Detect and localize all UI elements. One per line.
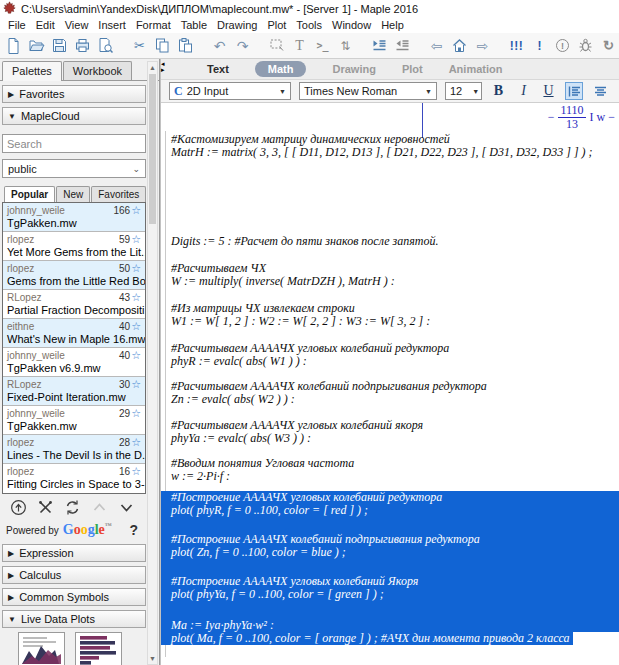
scrollbar-thumb[interactable] [149,74,156,224]
print-icon[interactable] [72,35,93,56]
indent-icon[interactable] [369,35,390,56]
undo-icon[interactable]: ↶ [209,35,230,56]
maple-input-line[interactable]: plot( phyYa, f = 0 ..100, color = [ gree… [161,588,619,601]
redo-icon[interactable]: ↷ [232,35,253,56]
palette-section-favorites[interactable]: ▶ Favorites [2,85,146,103]
star-icon[interactable]: ☆ [131,407,141,420]
area-chart-thumbnail[interactable] [18,632,65,665]
help-button[interactable]: ? [129,522,138,538]
visibility-dropdown[interactable]: public ⌄ [2,159,146,178]
star-icon[interactable]: ☆ [131,204,141,217]
cloud-list-item[interactable]: eithne40☆What's New in Maple 16.mw [3,319,145,348]
maple-input-line[interactable]: phyR := evalc( abs( W1 ) ) : [161,355,619,368]
palette-section-calculus[interactable]: ▶Calculus [2,566,146,584]
paste-icon[interactable] [175,35,196,56]
sidebar-tab-workbook[interactable]: Workbook [63,61,132,80]
maple-input-line[interactable]: W1 := W[ 1, 2 ] : W2 := W[ 2, 2 ] : W3 :… [161,315,619,328]
back-icon[interactable]: ⇦ [426,35,447,56]
palette-section-maplecloud[interactable]: ▼ MapleCloud [2,107,146,125]
expand-right-icon[interactable]: ▸ [161,67,169,73]
selection-tool-icon[interactable] [266,35,287,56]
menu-table[interactable]: Table [176,19,212,31]
menu-help[interactable]: Help [376,19,409,31]
interrupt-icon[interactable]: ! [552,35,573,56]
debug-icon[interactable] [575,35,596,56]
bar-chart-thumbnail[interactable] [75,632,122,665]
command-prompt-icon[interactable]: >_ [312,35,333,56]
maple-comment-line[interactable]: #Построение ААААЧХ угловых колебаний Яко… [161,559,619,588]
worksheet-document[interactable]: − 1110 13 I w − 693750 13 #Кастомизируем… [161,103,619,665]
text-tool-icon[interactable]: T [289,35,310,56]
align-center-button[interactable] [591,82,609,100]
tools-icon[interactable] [35,498,55,516]
cloud-list-item[interactable]: rlopez50☆Gems from the Little Red Bo... [3,261,145,290]
cloud-tab-favorites[interactable]: Favorites [91,186,146,202]
star-icon[interactable]: ☆ [131,378,141,391]
menu-drawing[interactable]: Drawing [212,19,262,31]
menu-insert[interactable]: Insert [93,19,131,31]
restart-icon[interactable]: ↻ [598,35,619,56]
cloud-list-item[interactable]: RLopez43☆Partial Fraction Decompositi... [3,290,145,319]
star-icon[interactable]: ☆ [131,436,141,449]
cloud-upload-icon[interactable] [8,498,28,516]
cloud-list-item[interactable]: rlopez16☆Fitting Circles in Space to 3-.… [3,464,145,493]
print-preview-icon[interactable] [95,35,116,56]
maple-input-line[interactable]: plot( Zn, f = 0 ..100, color = blue ) ; [161,546,619,559]
star-icon[interactable]: ☆ [131,233,141,246]
copy-icon[interactable] [152,35,173,56]
maple-input-line[interactable]: w := 2·Pi·f : [161,470,619,483]
palette-section-common-symbols[interactable]: ▶Common Symbols [2,588,146,606]
menu-window[interactable]: Window [327,19,376,31]
outdent-icon[interactable] [392,35,413,56]
star-icon[interactable]: ☆ [131,320,141,333]
execute-current-icon[interactable]: ! [529,35,550,56]
cloud-list-item[interactable]: johnny_weile40☆TgPakken v6.9.mw [3,348,145,377]
mode-tab-math[interactable]: Math [255,61,307,77]
sidebar-scrollbar[interactable]: ▲ ▼ [147,61,158,665]
maple-input-line[interactable]: phyYa := evalc( abs( W3 ) ) : [161,432,619,445]
sync-icon[interactable] [62,498,82,516]
scroll-up-icon[interactable]: ▲ [148,62,157,73]
menu-format[interactable]: Format [131,19,176,31]
menu-view[interactable]: View [60,19,94,31]
maple-input-line[interactable]: plot( phyR, f = 0 ..100, color = [ red ]… [161,504,619,517]
maple-input-line[interactable]: MatrH := matrix( 3, 3, [ [ D11, D12, D13… [161,146,619,159]
new-document-icon[interactable] [3,35,24,56]
menu-plot[interactable]: Plot [262,19,291,31]
maple-input-line[interactable]: Zn := evalc( abs( W2 ) ) : [161,393,619,406]
search-input[interactable] [2,134,146,153]
menu-tools[interactable]: Tools [291,19,327,31]
mode-tab-text[interactable]: Text [207,63,229,75]
font-family-dropdown[interactable]: Times New Roman ▼ [299,82,437,100]
cloud-list-item[interactable]: johnny_weile29☆TgPakken.mw [3,406,145,435]
cloud-list-item[interactable]: rlopez28☆Lines - The Devil Is in the D..… [3,435,145,464]
input-style-dropdown[interactable]: C 2D Input ▼ [169,82,291,100]
maple-input-line[interactable]: W := multiply( inverse( MatrDZH ), MatrH… [161,275,619,288]
align-left-button[interactable] [565,82,583,100]
font-size-dropdown[interactable]: 12 ▼ [445,82,482,100]
star-icon[interactable]: ☆ [131,465,141,478]
cloud-list-item[interactable]: RLopez30☆Fixed-Point Iteration.mw [3,377,145,406]
chevron-up-icon[interactable] [89,498,109,516]
cut-icon[interactable]: ✂ [129,35,150,56]
italic-button[interactable]: I [515,83,532,99]
star-icon[interactable]: ☆ [131,262,141,275]
palette-section-live-data-plots[interactable]: ▼ Live Data Plots [2,610,146,628]
scroll-down-icon[interactable]: ▼ [148,653,157,664]
mode-tab-plot[interactable]: Plot [402,63,423,75]
menu-file[interactable]: File [3,19,31,31]
maple-input-line[interactable]: plot( Ma, f = 0 ..100, color = [ orange … [161,632,573,645]
star-icon[interactable]: ☆ [131,291,141,304]
underline-button[interactable]: U [540,83,557,99]
palette-section-expression[interactable]: ▶Expression [2,544,146,562]
mode-tab-animation[interactable]: Animation [449,63,503,75]
open-file-icon[interactable] [26,35,47,56]
star-icon[interactable]: ☆ [131,349,141,362]
panel-splitter[interactable]: ◂▸ [161,61,169,73]
chevron-down-icon[interactable] [116,498,136,516]
section-range-icon[interactable]: ⇅ [335,35,356,56]
sidebar-tab-palettes[interactable]: Palettes [2,61,62,81]
maple-input-line[interactable]: Digits := 5 : #Расчет до пяти знаков пос… [161,235,619,248]
maple-comment-line[interactable]: #Построение ААААЧХ колебаний подпрыгиван… [161,517,619,546]
cloud-tab-popular[interactable]: Popular [4,186,55,202]
